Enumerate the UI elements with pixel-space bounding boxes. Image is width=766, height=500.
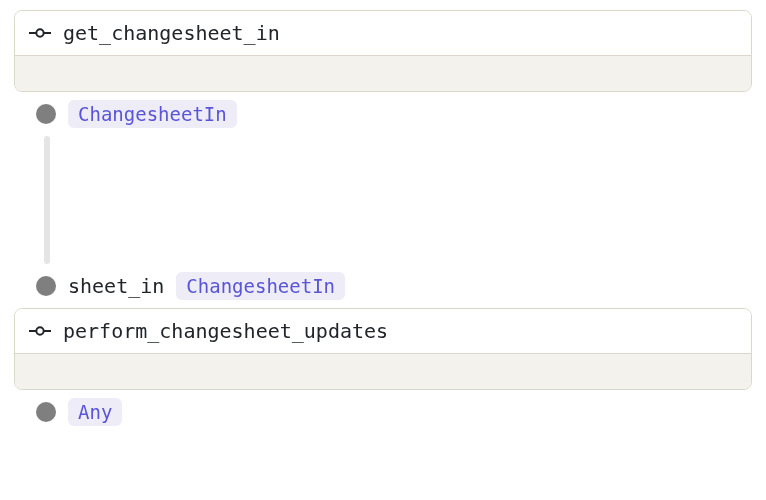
node-title: perform_changesheet_updates: [63, 319, 388, 343]
node-header: get_changesheet_in: [15, 11, 751, 55]
svg-point-0: [36, 29, 43, 36]
port-type-badge: Any: [68, 398, 122, 426]
output-port-row: ChangesheetIn: [14, 92, 752, 136]
port-dot[interactable]: [36, 104, 56, 124]
commit-icon: [29, 22, 51, 44]
node-footer: [15, 55, 751, 91]
port-type-badge: ChangesheetIn: [68, 100, 237, 128]
node-footer: [15, 353, 751, 389]
commit-icon: [29, 320, 51, 342]
output-port-row: Any: [14, 390, 752, 434]
input-port-row: sheet_in ChangesheetIn: [14, 264, 752, 308]
node-perform-changesheet-updates[interactable]: perform_changesheet_updates: [14, 308, 752, 390]
connector: [14, 136, 752, 264]
port-type-badge: ChangesheetIn: [176, 272, 345, 300]
svg-point-3: [36, 327, 43, 334]
connector-line: [44, 136, 50, 264]
port-dot[interactable]: [36, 276, 56, 296]
port-label: sheet_in: [68, 274, 164, 298]
node-header: perform_changesheet_updates: [15, 309, 751, 353]
node-get-changesheet-in[interactable]: get_changesheet_in: [14, 10, 752, 92]
node-title: get_changesheet_in: [63, 21, 280, 45]
port-dot[interactable]: [36, 402, 56, 422]
